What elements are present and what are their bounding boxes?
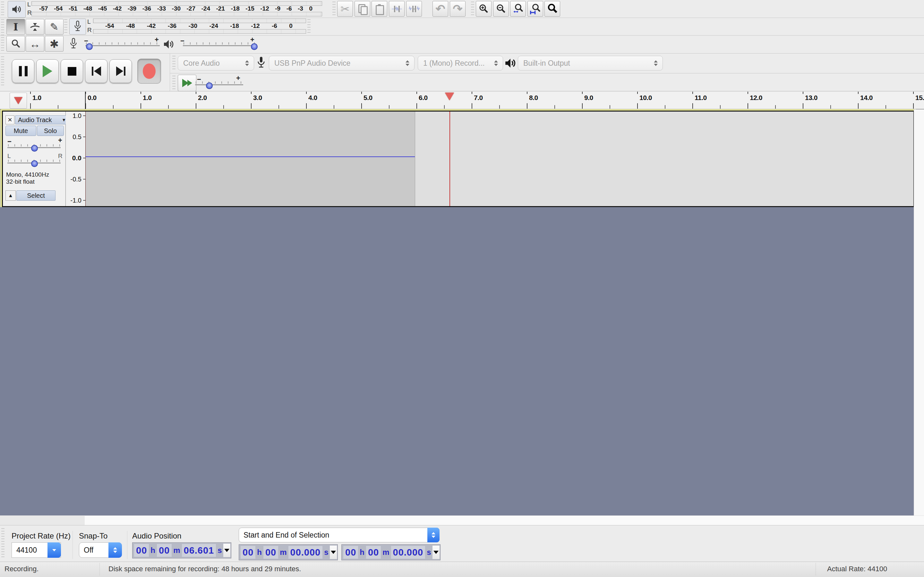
audio-position-seconds[interactable]: 06.601: [182, 544, 216, 557]
track-title-menu[interactable]: Audio Track ▼: [15, 115, 69, 124]
vertical-scrollbar[interactable]: [914, 109, 924, 516]
selection-end-seconds[interactable]: 00.000: [391, 546, 425, 559]
selection-start-seconds[interactable]: 00.000: [288, 546, 323, 559]
device-toolbar-grip[interactable]: [172, 56, 176, 71]
undo-button[interactable]: ↶: [433, 1, 448, 17]
edit-cursor-line: [85, 92, 86, 109]
gain-thumb[interactable]: [31, 145, 38, 152]
ruler-label: 10.0: [640, 94, 652, 102]
edit-toolbar-grip[interactable]: [333, 2, 336, 16]
selection-start-hours[interactable]: 00: [241, 546, 255, 559]
track-collapse-button[interactable]: ▲: [5, 190, 16, 201]
transport-toolbar-grip[interactable]: [1, 56, 4, 87]
zoom-in-button[interactable]: [476, 1, 491, 17]
track-vertical-ruler[interactable]: 1.00.50.0-0.5-1.0: [66, 111, 86, 206]
play-speed-slider[interactable]: [195, 84, 243, 85]
paste-button[interactable]: [372, 1, 387, 17]
audio-position-minutes[interactable]: 00: [157, 544, 172, 557]
zoom-toggle-button[interactable]: [544, 1, 560, 17]
recording-meter[interactable]: -54-48-42-36-30-24-18-12-60: [93, 19, 306, 34]
zoom-tool-button[interactable]: [6, 36, 25, 52]
cut-button[interactable]: ✂: [337, 1, 353, 17]
playback-device-dropdown[interactable]: Built-in Output: [518, 56, 663, 71]
recording-channels-value: 1 (Mono) Record...: [418, 59, 492, 68]
zoom-out-button[interactable]: [493, 1, 509, 17]
audio-position-field[interactable]: 00 h 00 m 06.601 s: [132, 542, 231, 558]
trim-audio-button[interactable]: [389, 1, 405, 17]
playback-volume-thumb[interactable]: [251, 43, 258, 50]
fit-project-button[interactable]: [527, 1, 543, 17]
playback-volume-slider[interactable]: [183, 45, 256, 46]
snap-to-dropdown[interactable]: Off: [79, 542, 122, 558]
recorded-waveform-region[interactable]: [86, 111, 415, 206]
fit-selection-button[interactable]: [510, 1, 526, 17]
horizontal-scrollbar[interactable]: [85, 516, 924, 525]
play-at-speed-grip[interactable]: [172, 76, 176, 90]
audio-position-hours[interactable]: 00: [134, 544, 149, 557]
play-speed-thumb[interactable]: [206, 82, 213, 89]
selection-end-minutes[interactable]: 00: [366, 546, 381, 559]
pan-thumb[interactable]: [31, 160, 38, 167]
selection-start-field[interactable]: 00 h 00 m 00.000 s: [239, 544, 338, 560]
play-speed-plus: +: [236, 75, 240, 81]
speaker-icon: [162, 38, 175, 51]
ruler-tick: [58, 105, 58, 109]
skip-to-end-icon: [116, 66, 126, 76]
minutes-unit: m: [280, 548, 286, 557]
record-button[interactable]: [137, 59, 161, 84]
multi-tool-button[interactable]: ✱: [45, 36, 63, 52]
redo-button[interactable]: ↷: [450, 1, 465, 17]
pinned-play-head-button[interactable]: [10, 93, 27, 109]
selection-tool-button[interactable]: I: [6, 19, 25, 35]
selection-toolbar-grip[interactable]: [1, 528, 5, 559]
pause-button[interactable]: [12, 59, 34, 83]
timeline-ruler[interactable]: 1.00.01.02.03.04.05.06.07.08.09.010.011.…: [0, 92, 924, 110]
envelope-tool-button[interactable]: [26, 19, 44, 35]
record-volume-thumb[interactable]: [86, 43, 93, 50]
playback-meter-button[interactable]: [8, 1, 26, 18]
recording-device-dropdown[interactable]: USB PnP Audio Device: [269, 56, 415, 71]
caret-down-icon: [331, 551, 336, 554]
play-at-speed-button[interactable]: [178, 75, 196, 91]
track-waveform-area[interactable]: [86, 111, 913, 206]
record-meter-grip-right[interactable]: [307, 19, 310, 34]
pause-icon: [19, 66, 27, 76]
track-select-button[interactable]: Select: [16, 190, 55, 201]
ruler-label: 7.0: [474, 94, 483, 102]
mute-button[interactable]: Mute: [5, 126, 36, 136]
solo-button[interactable]: Solo: [37, 126, 64, 136]
ruler-tick: [637, 92, 638, 94]
tools-toolbar-grip[interactable]: [1, 19, 4, 51]
audio-host-dropdown[interactable]: Core Audio: [178, 56, 254, 71]
record-volume-slider[interactable]: [86, 45, 160, 46]
meter-toolbar-grip[interactable]: [1, 2, 4, 16]
recording-play-head[interactable]: [445, 93, 454, 100]
play-button[interactable]: [36, 59, 59, 83]
selection-mode-dropdown[interactable]: Start and End of Selection: [239, 528, 439, 542]
project-rate-dropdown[interactable]: 44100: [11, 542, 61, 558]
track-close-button[interactable]: ✕: [5, 115, 15, 124]
time-shift-tool-button[interactable]: ↔: [26, 36, 44, 52]
record-meter-grip[interactable]: [64, 19, 67, 34]
copy-button[interactable]: [355, 1, 370, 17]
zoom-in-icon: [478, 3, 489, 15]
record-meter-button[interactable]: [69, 19, 86, 35]
time-format-menu-button[interactable]: [433, 546, 439, 559]
silence-audio-button[interactable]: [406, 1, 422, 17]
paste-icon: [376, 4, 383, 14]
ruler-tick: [30, 92, 31, 94]
stop-button[interactable]: [61, 59, 83, 83]
skip-to-end-button[interactable]: [110, 59, 132, 83]
draw-tool-button[interactable]: ✎: [45, 19, 63, 35]
selection-end-field[interactable]: 00 h 00 m 00.000 s: [341, 544, 441, 560]
playback-meter[interactable]: -57-54-51-48-45-42-39-36-33-30-27-24-21-…: [31, 1, 322, 16]
selection-start-minutes[interactable]: 00: [263, 546, 278, 559]
gain-plus: +: [58, 137, 62, 143]
time-format-menu-button[interactable]: [330, 546, 337, 559]
recording-channels-dropdown[interactable]: 1 (Mono) Record...: [418, 56, 503, 71]
meter-scale-label: -21: [216, 5, 225, 12]
time-format-menu-button[interactable]: [223, 544, 230, 557]
zoom-toolbar-grip[interactable]: [471, 2, 474, 16]
skip-to-start-button[interactable]: [85, 59, 107, 83]
selection-end-hours[interactable]: 00: [343, 546, 358, 559]
